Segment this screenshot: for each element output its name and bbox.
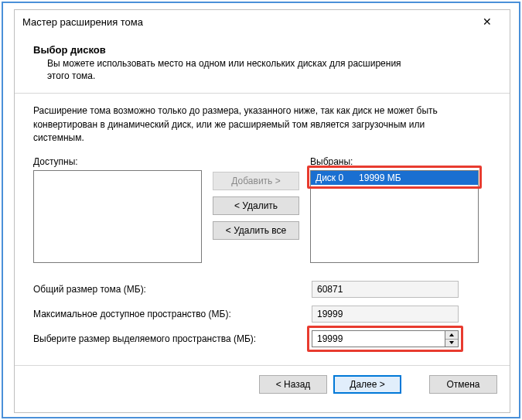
select-size-row: Выберите размер выделяемого пространства… (33, 326, 491, 351)
constraint-note: Расширение тома возможно только до разме… (33, 104, 466, 145)
add-button[interactable]: Добавить > (213, 172, 299, 190)
max-space-row: Максимальное доступное пространство (МБ)… (33, 302, 491, 326)
body: Расширение тома возможно только до разме… (15, 94, 510, 350)
next-button[interactable]: Далее > (333, 375, 401, 394)
close-button[interactable]: ✕ (471, 11, 503, 32)
transfer-buttons: Добавить > < Удалить < Удалить все (202, 156, 310, 240)
cancel-button[interactable]: Отмена (429, 375, 497, 394)
footer-buttons: < Назад Далее > Отмена (15, 366, 510, 394)
spinner-up-button[interactable] (445, 331, 458, 339)
chevron-down-icon (449, 341, 454, 344)
total-size-label: Общий размер тома (МБ): (33, 284, 312, 295)
select-size-input[interactable] (312, 330, 445, 347)
wizard-dialog: Мастер расширения тома ✕ Выбор дисков Вы… (14, 9, 510, 413)
page-description: Вы можете использовать место на одном ил… (33, 57, 420, 82)
select-size-spinner[interactable] (312, 330, 459, 347)
max-space-value: 19999 (312, 306, 459, 323)
total-size-value: 60871 (312, 281, 459, 298)
disk-picker: Доступны: Добавить > < Удалить < Удалить… (33, 156, 491, 263)
close-icon: ✕ (483, 15, 492, 28)
selected-label: Выбраны: (310, 156, 479, 167)
size-fields: Общий размер тома (МБ): 60871 Максимальн… (33, 277, 491, 351)
chevron-up-icon (449, 333, 454, 336)
dialog-title: Мастер расширения тома (22, 16, 471, 28)
spinner-down-button[interactable] (445, 339, 458, 347)
remove-button[interactable]: < Удалить (213, 196, 299, 215)
page-title: Выбор дисков (33, 44, 491, 56)
total-size-row: Общий размер тома (МБ): 60871 (33, 277, 491, 302)
selected-listbox[interactable]: Диск 0 19999 МБ (310, 170, 479, 263)
available-label: Доступны: (33, 156, 202, 167)
remove-all-button[interactable]: < Удалить все (213, 221, 299, 240)
select-size-label: Выберите размер выделяемого пространства… (33, 333, 312, 344)
outer-frame: Мастер расширения тома ✕ Выбор дисков Вы… (2, 2, 520, 418)
spinner-buttons (445, 330, 459, 347)
back-button[interactable]: < Назад (259, 375, 327, 394)
max-space-label: Максимальное доступное пространство (МБ)… (33, 309, 312, 319)
selected-column: Выбраны: Диск 0 19999 МБ (310, 156, 479, 263)
list-item[interactable]: Диск 0 19999 МБ (311, 171, 478, 185)
header: Выбор дисков Вы можете использовать мест… (15, 33, 510, 88)
available-listbox[interactable] (33, 170, 202, 263)
available-column: Доступны: (33, 156, 202, 263)
titlebar: Мастер расширения тома ✕ (15, 10, 510, 33)
